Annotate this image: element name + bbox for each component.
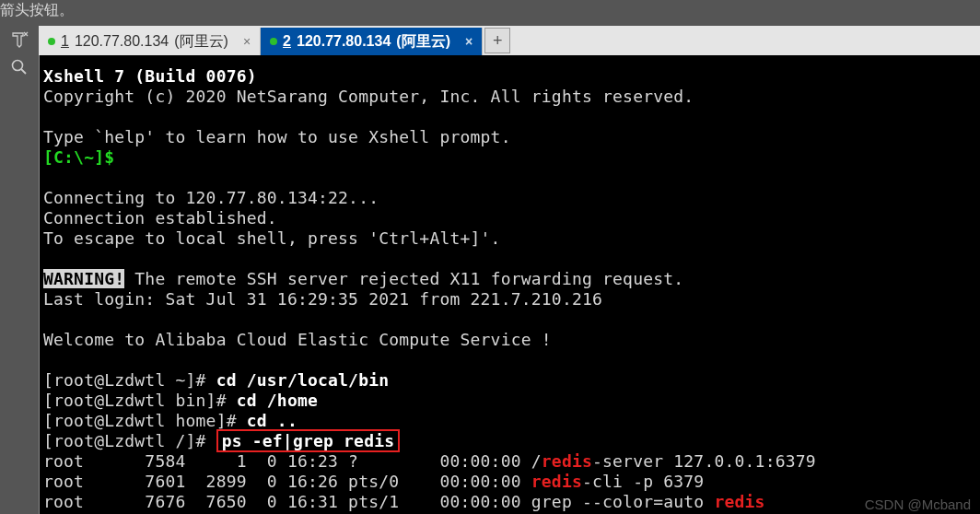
term-prompt: [root@Lzdwtl /]# — [43, 431, 216, 450]
svg-point-2 — [13, 61, 23, 71]
search-icon[interactable] — [3, 56, 36, 78]
term-prompt: [root@Lzdwtl home]# — [43, 411, 247, 430]
status-dot-icon — [48, 38, 55, 45]
term-line: Last login: Sat Jul 31 16:29:35 2021 fro… — [43, 289, 602, 309]
tab-bar: 1 120.77.80.134 (阿里云) × 2 120.77.80.134 … — [39, 26, 980, 55]
terminal-pane[interactable]: Xshell 7 (Build 0076) Copyright (c) 2020… — [40, 55, 980, 514]
term-prompt: [root@Lzdwtl bin]# — [43, 391, 237, 410]
term-prompt: [root@Lzdwtl ~]# — [43, 370, 216, 390]
term-prompt: [C:\~]$ — [43, 147, 114, 167]
svg-line-3 — [21, 69, 26, 74]
term-out: root 7584 1 0 16:23 ? 00:00:00 / — [43, 451, 542, 471]
window-header-text: 箭头按钮。 — [0, 1, 74, 20]
term-match: redis — [714, 492, 764, 511]
term-warning: WARNING! — [43, 269, 124, 288]
watermark-text: CSDN @Mcband — [865, 496, 971, 512]
close-icon[interactable]: × — [465, 34, 472, 49]
tab-ip: 120.77.80.134 — [75, 33, 169, 50]
term-line: The remote SSH server rejected X11 forwa… — [124, 269, 683, 288]
term-cmd-highlighted: ps -ef|grep redis — [216, 429, 401, 452]
term-out: -server 127.0.0.1:6379 — [592, 451, 816, 471]
term-cmd: cd .. — [247, 411, 298, 430]
tab-session-1[interactable]: 1 120.77.80.134 (阿里云) × — [39, 28, 261, 55]
term-out: root 7601 2899 0 16:26 pts/0 00:00:00 — [43, 472, 531, 491]
tab-session-2[interactable]: 2 120.77.80.134 (阿里云) × — [261, 28, 483, 55]
term-match: redis — [531, 472, 582, 491]
close-icon[interactable]: × — [243, 34, 251, 49]
term-line: Type `help' to learn how to use Xshell p… — [43, 127, 511, 146]
term-line: To escape to local shell, press 'Ctrl+Al… — [43, 228, 501, 248]
term-line: Xshell 7 (Build 0076) — [43, 66, 257, 86]
term-line: Copyright (c) 2020 NetSarang Computer, I… — [43, 87, 694, 106]
tab-suffix: (阿里云) — [396, 32, 450, 52]
term-out: -cli -p 6379 — [582, 472, 704, 491]
pin-icon[interactable] — [3, 29, 36, 51]
new-tab-button[interactable]: + — [484, 28, 510, 53]
term-cmd: cd /usr/local/bin — [216, 370, 390, 390]
status-dot-icon — [270, 38, 277, 45]
term-out: root 7676 7650 0 16:31 pts/1 00:00:00 gr… — [43, 492, 714, 511]
tab-index: 1 — [61, 33, 69, 50]
tab-suffix: (阿里云) — [174, 32, 228, 52]
term-line: Connecting to 120.77.80.134:22... — [43, 188, 379, 207]
term-line: Welcome to Alibaba Cloud Elastic Compute… — [43, 330, 552, 349]
tab-index: 2 — [283, 33, 291, 50]
term-line: Connection established. — [43, 208, 277, 228]
term-match: redis — [542, 451, 592, 471]
term-cmd: cd /home — [237, 391, 318, 410]
left-sidebar — [0, 26, 39, 78]
tab-ip: 120.77.80.134 — [297, 33, 391, 50]
